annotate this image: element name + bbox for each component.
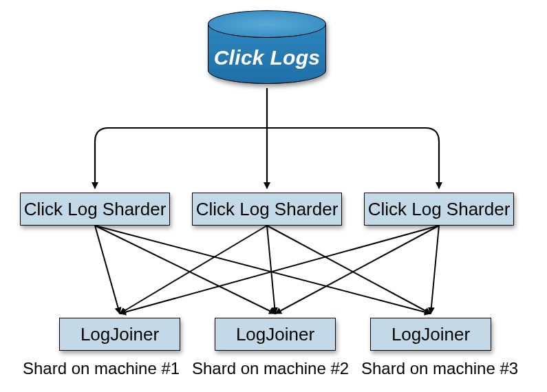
svg-line-6 [120, 226, 439, 314]
svg-line-8 [431, 226, 439, 314]
sharder-box-1: Click Log Sharder [20, 193, 170, 226]
joiner-label: LogJoiner [392, 324, 470, 345]
svg-line-1 [95, 226, 275, 314]
joiner-label: LogJoiner [81, 324, 159, 345]
joiner-box-1: LogJoiner [59, 318, 180, 351]
svg-line-3 [120, 226, 267, 314]
svg-line-0 [95, 226, 120, 314]
footer-label-3: Shard on machine #3 [361, 359, 518, 378]
cylinder-top [208, 10, 326, 38]
svg-line-7 [275, 226, 439, 314]
footer-label-1: Shard on machine #1 [23, 359, 180, 378]
joiner-box-3: LogJoiner [370, 318, 491, 351]
data-source-cylinder: Click Logs [208, 10, 326, 86]
data-source-label: Click Logs [208, 46, 326, 69]
svg-line-5 [267, 226, 431, 314]
sharder-label: Click Log Sharder [196, 199, 339, 220]
sharder-label: Click Log Sharder [24, 199, 167, 220]
sharder-box-3: Click Log Sharder [364, 193, 514, 226]
sharding-diagram: Click Logs Click Log Sharder Click Log S… [0, 0, 547, 392]
sharder-box-2: Click Log Sharder [192, 193, 342, 226]
svg-line-4 [267, 226, 275, 314]
joiner-box-2: LogJoiner [215, 318, 336, 351]
svg-line-2 [95, 226, 431, 314]
joiner-label: LogJoiner [236, 324, 314, 345]
footer-label-2: Shard on machine #2 [192, 359, 349, 378]
sharder-label: Click Log Sharder [368, 199, 511, 220]
